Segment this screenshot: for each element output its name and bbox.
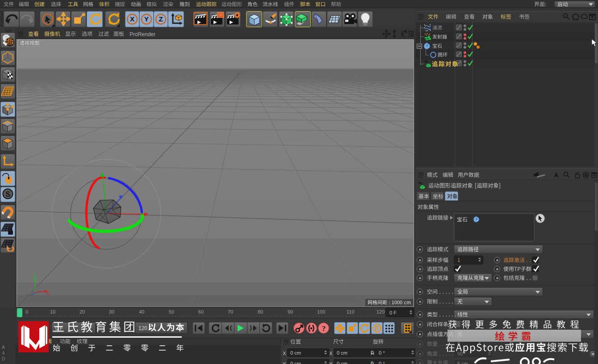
svg-text:Y: Y xyxy=(144,15,149,23)
svg-text:Y: Y xyxy=(33,274,36,279)
svg-text:?: ? xyxy=(322,324,326,332)
svg-text:S: S xyxy=(5,190,10,198)
svg-text:Z: Z xyxy=(159,15,163,23)
svg-text:P: P xyxy=(375,326,378,332)
svg-text:X: X xyxy=(46,291,50,296)
svg-text:X: X xyxy=(130,15,134,23)
